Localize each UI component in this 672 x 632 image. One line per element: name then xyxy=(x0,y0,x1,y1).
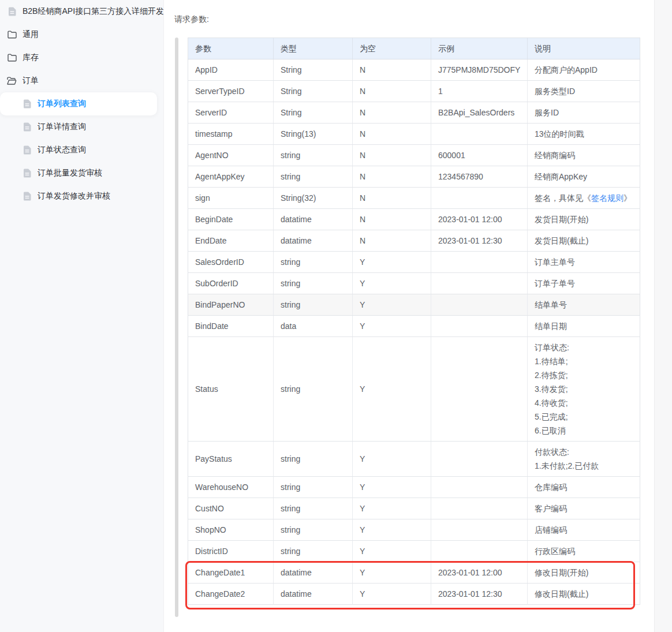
sidebar-item-label: 订单批量发货审核 xyxy=(38,168,102,178)
description-line: 5.已完成; xyxy=(535,410,633,424)
cell-example xyxy=(431,442,528,477)
description-line: 1.待结单; xyxy=(535,354,633,368)
table-row: AgentNO string N 600001 经销商编码 xyxy=(188,145,640,166)
cell-type: data xyxy=(274,316,353,337)
table-scrollbar[interactable] xyxy=(175,38,178,617)
cell-nullable: Y xyxy=(353,498,431,519)
sidebar: B2B经销商API接口第三方接入详细开发... 通用 库存 订单 订单列表查询 … xyxy=(0,0,164,632)
cell-param: ServerID xyxy=(188,102,274,124)
column-header: 参数 xyxy=(188,38,274,59)
cell-description: 付款状态:1.未付款;2.已付款 xyxy=(528,442,640,477)
document-icon xyxy=(22,99,32,109)
sidebar-item[interactable]: 订单批量发货审核 xyxy=(0,162,163,185)
table-row: BeginDate datatime N 2023-01-01 12:00 发货… xyxy=(188,209,640,230)
sidebar-item[interactable]: 订单 xyxy=(0,69,163,92)
description-line: 客户编码 xyxy=(535,502,633,515)
cell-example xyxy=(431,124,528,145)
cell-nullable: Y xyxy=(353,337,431,442)
sidebar-item[interactable]: 订单列表查询 xyxy=(0,92,157,115)
cell-param: PayStatus xyxy=(188,442,274,477)
cell-nullable: Y xyxy=(353,294,431,316)
cell-type: datatime xyxy=(274,209,353,230)
cell-description: 订单子单号 xyxy=(528,273,640,294)
cell-nullable: N xyxy=(353,166,431,188)
cell-example: 2023-01-01 12:30 xyxy=(431,584,528,605)
cell-description: 服务类型ID xyxy=(528,81,640,102)
cell-type: string xyxy=(274,519,353,541)
cell-description: 订单状态:1.待结单;2.待拣货;3.待发货;4.待收货;5.已完成;6.已取消 xyxy=(528,337,640,442)
cell-description: 经销商AppKey xyxy=(528,166,640,188)
sidebar-item-label: 订单状态查询 xyxy=(38,145,86,155)
cell-type: string xyxy=(274,477,353,498)
cell-param: ServerTypeID xyxy=(188,81,274,102)
cell-type: datatime xyxy=(274,230,353,252)
cell-type: string xyxy=(274,337,353,442)
cell-example: 1 xyxy=(431,81,528,102)
description-line: 修改日期(开始) xyxy=(535,566,633,579)
table-row: timestamp String(13) N 13位的时间戳 xyxy=(188,124,640,145)
sidebar-item[interactable]: 订单状态查询 xyxy=(0,139,163,162)
description-line: 签名，具体见《签名规则》 xyxy=(535,191,633,205)
description-line: 店铺编码 xyxy=(535,523,633,537)
sidebar-item-label: 订单列表查询 xyxy=(38,99,86,109)
cell-description: 服务ID xyxy=(528,102,640,124)
sidebar-item[interactable]: 订单发货修改并审核 xyxy=(0,185,163,208)
cell-description: 发货日期(截止) xyxy=(528,230,640,252)
cell-param: timestamp xyxy=(188,124,274,145)
cell-example: 1234567890 xyxy=(431,166,528,188)
cell-param: AgentNO xyxy=(188,145,274,166)
cell-description: 订单主单号 xyxy=(528,252,640,273)
cell-description: 经销商编码 xyxy=(528,145,640,166)
sidebar-item[interactable]: 订单详情查询 xyxy=(0,115,163,139)
table-row: AppID String N J775PMJ8MD75DOFY 分配商户的App… xyxy=(188,59,640,81)
params-table: 参数类型为空示例说明 AppID String N J775PMJ8MD75DO… xyxy=(188,38,640,605)
description-line: 行政区编码 xyxy=(535,544,633,558)
cell-description: 结单单号 xyxy=(528,294,640,316)
cell-description: 行政区编码 xyxy=(528,541,640,562)
cell-nullable: N xyxy=(353,145,431,166)
document-icon xyxy=(22,145,32,155)
cell-param: sign xyxy=(188,188,274,209)
cell-example: 600001 xyxy=(431,145,528,166)
document-icon xyxy=(22,122,32,132)
column-header: 示例 xyxy=(431,38,528,59)
description-line: 结单日期 xyxy=(535,319,633,333)
description-line: 发货日期(开始) xyxy=(535,212,633,226)
main-content: 请求参数: 参数类型为空示例说明 AppID String N J775PMJ8… xyxy=(164,0,672,632)
sidebar-item-label: 订单 xyxy=(23,76,39,86)
cell-type: string xyxy=(274,145,353,166)
cell-description: 签名，具体见《签名规则》 xyxy=(528,188,640,209)
cell-example xyxy=(431,541,528,562)
sidebar-item[interactable]: B2B经销商API接口第三方接入详细开发... xyxy=(0,0,163,23)
cell-type: string xyxy=(274,273,353,294)
sign-rules-link[interactable]: 签名规则 xyxy=(591,193,624,203)
cell-description: 13位的时间戳 xyxy=(528,124,640,145)
table-row: ServerTypeID String N 1 服务类型ID xyxy=(188,81,640,102)
cell-example: J775PMJ8MD75DOFY xyxy=(431,59,528,81)
cell-type: string xyxy=(274,498,353,519)
table-row: ChangeDate2 datatime Y 2023-01-01 12:30 … xyxy=(188,584,640,605)
sidebar-item[interactable]: 通用 xyxy=(0,23,163,46)
table-row: WarehouseNO string Y 仓库编码 xyxy=(188,477,640,498)
cell-nullable: N xyxy=(353,81,431,102)
table-row: ShopNO string Y 店铺编码 xyxy=(188,519,640,541)
cell-example xyxy=(431,252,528,273)
description-line: 1.未付款;2.已付款 xyxy=(535,459,633,473)
table-row: DistrictID string Y 行政区编码 xyxy=(188,541,640,562)
column-header: 为空 xyxy=(353,38,431,59)
sidebar-item-label: 通用 xyxy=(23,29,39,40)
sidebar-item-label: 订单发货修改并审核 xyxy=(38,191,110,201)
cell-nullable: N xyxy=(353,124,431,145)
sidebar-item[interactable]: 库存 xyxy=(0,46,163,69)
description-line: 订单主单号 xyxy=(535,255,633,269)
cell-param: WarehouseNO xyxy=(188,477,274,498)
table-row: SubOrderID string Y 订单子单号 xyxy=(188,273,640,294)
sidebar-item-label: B2B经销商API接口第三方接入详细开发... xyxy=(23,6,163,17)
cell-description: 客户编码 xyxy=(528,498,640,519)
folder-icon xyxy=(7,30,17,39)
cell-param: DistrictID xyxy=(188,541,274,562)
sidebar-nav: B2B经销商API接口第三方接入详细开发... 通用 库存 订单 订单列表查询 … xyxy=(0,0,163,208)
document-icon xyxy=(22,192,32,201)
cell-nullable: N xyxy=(353,230,431,252)
cell-type: string xyxy=(274,294,353,316)
